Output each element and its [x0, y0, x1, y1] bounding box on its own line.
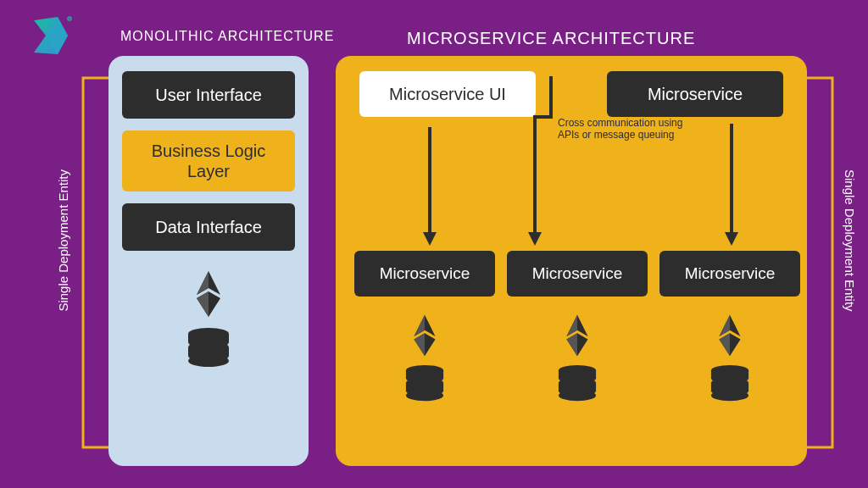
monolithic-title: MONOLITHIC ARCHITECTURE — [120, 29, 334, 44]
svg-point-27 — [406, 390, 443, 401]
ethereum-icon — [192, 269, 225, 319]
arrow-down-icon — [724, 124, 739, 246]
database-icon — [708, 364, 752, 403]
monolithic-panel: User Interface Business Logic Layer Data… — [108, 56, 309, 466]
svg-marker-40 — [719, 315, 730, 336]
svg-marker-13 — [423, 232, 437, 246]
mono-data-interface-box: Data Interface — [122, 203, 295, 251]
svg-marker-4 — [197, 291, 209, 317]
svg-marker-31 — [566, 333, 577, 356]
ethereum-icon — [715, 313, 745, 358]
microservice-ui-box: Microservice UI — [359, 71, 536, 117]
svg-marker-20 — [414, 333, 425, 356]
database-icon — [403, 364, 447, 403]
arrow-down-icon — [422, 127, 437, 246]
microservice-top-right-box: Microservice — [607, 71, 783, 117]
svg-marker-2 — [197, 271, 209, 295]
svg-point-11 — [188, 355, 229, 367]
svg-marker-42 — [719, 333, 730, 356]
database-icon — [185, 327, 232, 369]
microservice-title: MICROSERVICE ARCHITECTURE — [407, 29, 695, 48]
mono-user-interface-box: User Interface — [122, 71, 295, 119]
svg-marker-18 — [414, 315, 425, 336]
mono-db-stack — [185, 269, 232, 369]
bracket-left-icon — [75, 76, 108, 449]
db-stack-1 — [354, 313, 495, 403]
svg-marker-14 — [528, 232, 542, 246]
svg-marker-16 — [725, 232, 738, 246]
right-deployment-label: Single Deployment Entity — [843, 169, 857, 312]
svg-marker-29 — [566, 315, 577, 336]
ethereum-icon — [409, 313, 440, 358]
db-stack-3 — [659, 313, 800, 403]
microservice-box-2: Microservice — [507, 251, 648, 297]
svg-point-49 — [711, 390, 748, 401]
bracket-right-icon — [807, 76, 841, 449]
arrow-split-down-icon — [527, 76, 554, 246]
mono-business-logic-box: Business Logic Layer — [122, 130, 295, 191]
database-icon — [555, 364, 599, 403]
cross-communication-note: Cross communication using APIs or messag… — [558, 117, 685, 141]
microservice-box-3: Microservice — [659, 251, 800, 297]
microservice-box-1: Microservice — [354, 251, 495, 297]
ethereum-icon — [562, 313, 593, 358]
svg-point-38 — [559, 390, 596, 401]
brand-logo — [27, 15, 73, 61]
db-stack-2 — [507, 313, 648, 403]
left-deployment-label: Single Deployment Entity — [56, 169, 70, 312]
